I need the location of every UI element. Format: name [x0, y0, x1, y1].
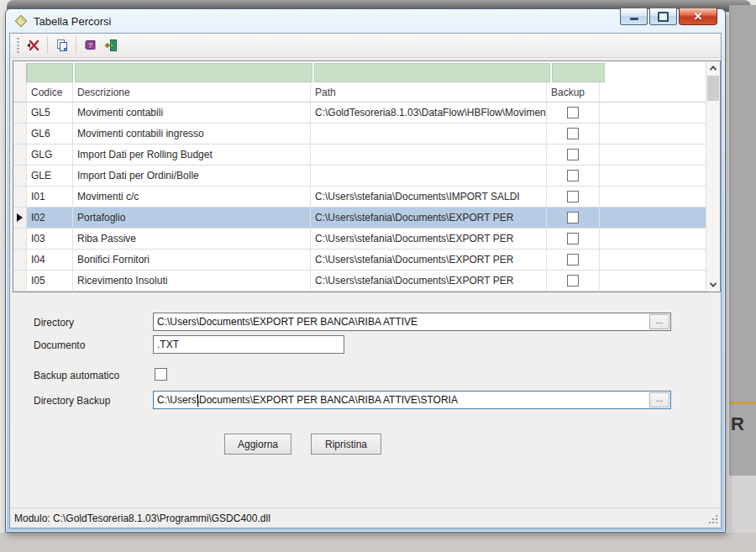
- row-selector[interactable]: [13, 187, 27, 208]
- window-title: Tabella Percorsi: [34, 15, 112, 28]
- title-bar[interactable]: Tabella Percorsi: [6, 9, 725, 33]
- cell-descrizione: Movimenti contabili: [73, 103, 311, 124]
- status-bar: Modulo: C:\GoldTesoreria8.1.03\Programmi…: [10, 507, 721, 528]
- current-row-arrow-icon: [17, 213, 23, 222]
- cell-codice: I03: [27, 229, 73, 250]
- directory-backup-browse-button[interactable]: ...: [649, 392, 669, 407]
- table-row-gl5[interactable]: GL5 Movimenti contabili C:\GoldTesoreria…: [13, 103, 706, 124]
- scrollbar-thumb[interactable]: [707, 76, 719, 101]
- filter-row: [13, 63, 706, 82]
- backup-automatico-checkbox[interactable]: [155, 368, 167, 381]
- filter-descrizione[interactable]: [75, 63, 312, 82]
- close-button[interactable]: ✕: [679, 8, 717, 25]
- backup-checkbox[interactable]: [567, 254, 579, 265]
- cell-codice: GL6: [27, 124, 73, 145]
- row-filler: [600, 103, 706, 124]
- background-fragment-gold-line: [729, 402, 756, 404]
- header-selector-cell: [13, 82, 27, 103]
- row-selector[interactable]: [13, 145, 27, 166]
- backup-checkbox[interactable]: [567, 149, 579, 160]
- directory-value: C:\Users\Documents\EXPORT PER BANCA\RIBA…: [157, 316, 417, 328]
- backup-checkbox[interactable]: [567, 128, 579, 139]
- minimize-button[interactable]: [620, 8, 648, 25]
- cell-backup: [547, 250, 600, 271]
- cell-descrizione: Movimenti contabili ingresso: [73, 124, 311, 145]
- table-row-gle[interactable]: GLE Import Dati per Ordini/Bolle: [13, 166, 706, 187]
- directory-field[interactable]: C:\Users\Documents\EXPORT PER BANCA\RIBA…: [153, 313, 671, 331]
- help-button[interactable]: ?: [80, 36, 101, 55]
- table-vertical-scrollbar[interactable]: [706, 61, 720, 292]
- desktop-bottom-strip: [0, 533, 756, 552]
- row-selector[interactable]: [13, 250, 27, 271]
- table-row-i03[interactable]: I03 Riba Passive C:\Users\stefania\Docum…: [13, 229, 706, 250]
- cell-backup: [547, 145, 600, 166]
- cell-codice: GLG: [27, 145, 73, 166]
- table-row-i04[interactable]: I04 Bonifici Fornitori C:\Users\stefania…: [13, 250, 706, 271]
- directory-backup-field[interactable]: C:\Users\Documents\EXPORT PER BANCA\RIBA…: [153, 391, 671, 409]
- aggiorna-button[interactable]: Aggiorna: [224, 434, 291, 455]
- window-client-area: ?: [9, 33, 722, 528]
- cell-backup: [547, 124, 600, 145]
- column-header-descrizione[interactable]: Descrizione: [73, 82, 311, 103]
- documento-value: .TXT: [157, 339, 179, 350]
- resize-grip[interactable]: [708, 514, 718, 524]
- exit-door-icon: [104, 39, 118, 52]
- documento-label: Documento: [34, 339, 85, 351]
- paths-table: Codice Descrizione Path Backup GL5 Movim…: [13, 60, 721, 292]
- backup-checkbox[interactable]: [567, 275, 579, 287]
- scroll-up-button[interactable]: [706, 61, 720, 75]
- resize-grip-dots: [708, 514, 710, 516]
- row-selector[interactable]: [13, 229, 27, 250]
- row-selector-current[interactable]: [13, 208, 27, 229]
- filter-path[interactable]: [314, 63, 550, 82]
- maximize-button[interactable]: [649, 8, 677, 25]
- cell-descrizione: Riba Passive: [73, 229, 311, 250]
- table-row-gl6[interactable]: GL6 Movimenti contabili ingresso: [13, 124, 706, 145]
- ripristina-button[interactable]: Ripristina: [311, 434, 381, 455]
- directory-backup-label: Directory Backup: [34, 395, 110, 407]
- maximize-icon: [658, 12, 669, 22]
- row-selector[interactable]: [13, 271, 27, 292]
- copy-button[interactable]: [51, 36, 72, 55]
- header-filler: [600, 82, 706, 103]
- column-header-codice[interactable]: Codice: [27, 82, 73, 103]
- filter-selector-cell: [13, 63, 27, 82]
- row-filler: [600, 229, 706, 250]
- background-window-right-fragment: R: [729, 5, 756, 476]
- table-row-glg[interactable]: GLG Import Dati per Rolling Budget: [13, 145, 706, 166]
- minimize-icon: [630, 18, 638, 20]
- table-row-i02-selected[interactable]: I02 Portafoglio C:\Users\stefania\Docume…: [13, 208, 706, 229]
- table-row-i05[interactable]: I05 Ricevimento Insoluti C:\Users\stefan…: [13, 271, 706, 292]
- cell-path: C:\Users\stefania\Documents\EXPORT PER: [311, 250, 547, 271]
- row-selector[interactable]: [13, 103, 27, 124]
- exit-button[interactable]: [101, 36, 122, 55]
- delete-record-button[interactable]: [23, 36, 44, 55]
- scroll-down-button[interactable]: [706, 278, 720, 292]
- table-row-i01[interactable]: I01 Movimenti c/c C:\Users\stefania\Docu…: [13, 187, 706, 208]
- copy-icon: [55, 39, 69, 52]
- backup-checkbox[interactable]: [567, 233, 579, 244]
- backup-checkbox[interactable]: [567, 191, 579, 202]
- row-selector[interactable]: [13, 166, 27, 187]
- window-controls: ✕: [620, 8, 717, 25]
- toolbar-grip[interactable]: [17, 38, 19, 53]
- cell-descrizione: Bonifici Fornitori: [73, 250, 311, 271]
- filter-backup[interactable]: [552, 63, 605, 82]
- backup-checkbox[interactable]: [567, 212, 579, 223]
- cell-path: C:\GoldTesoreria8.1.03\DataFlow\HBFlow\M…: [311, 103, 547, 124]
- row-selector[interactable]: [13, 124, 27, 145]
- svg-text:?: ?: [87, 41, 92, 50]
- filter-codice[interactable]: [27, 63, 73, 82]
- column-header-path[interactable]: Path: [311, 82, 547, 103]
- cell-descrizione: Ricevimento Insoluti: [73, 271, 311, 292]
- backup-checkbox[interactable]: [567, 170, 579, 181]
- column-header-row: Codice Descrizione Path Backup: [13, 82, 706, 103]
- backup-checkbox[interactable]: [567, 107, 579, 118]
- cell-codice: I02: [27, 208, 73, 229]
- cell-path: C:\Users\stefania\Documents\EXPORT PER: [311, 208, 547, 229]
- directory-browse-button[interactable]: ...: [649, 314, 669, 329]
- toolbar-separator: [76, 37, 76, 54]
- column-header-backup[interactable]: Backup: [547, 82, 600, 103]
- cell-descrizione: Portafoglio: [73, 208, 311, 229]
- documento-field[interactable]: .TXT: [153, 335, 344, 354]
